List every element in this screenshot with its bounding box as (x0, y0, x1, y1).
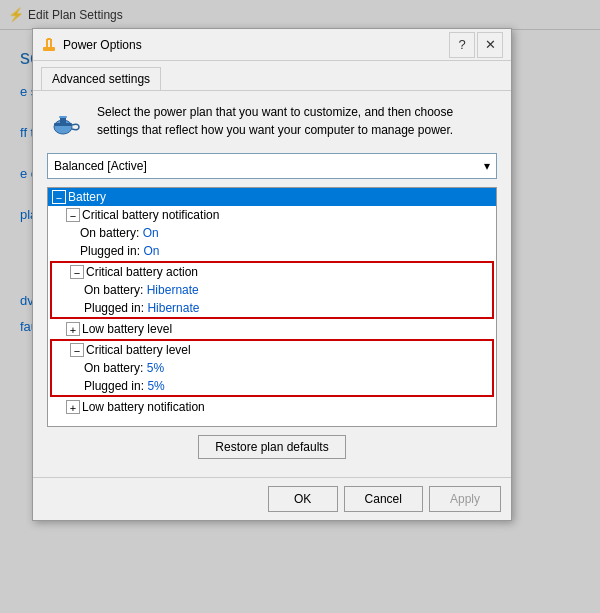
tree-label-low-notif: Low battery notification (82, 400, 492, 414)
ca-on-battery-value: Hibernate (147, 283, 199, 297)
tree-item-critical-level[interactable]: − Critical battery level (52, 341, 492, 359)
tree-item-cn-plugged-in[interactable]: Plugged in: On (48, 242, 496, 260)
svg-rect-3 (47, 38, 51, 40)
svg-rect-6 (60, 117, 66, 125)
svg-rect-2 (50, 39, 52, 47)
cancel-button[interactable]: Cancel (344, 486, 423, 512)
dialog-title-icon (41, 37, 57, 53)
tree-label-low-battery: Low battery level (82, 322, 492, 336)
tab-advanced-settings[interactable]: Advanced settings (41, 67, 161, 90)
expand-low-notif[interactable]: + (66, 400, 80, 414)
dropdown-value: Balanced [Active] (54, 159, 147, 173)
tree-item-ca-on-battery[interactable]: On battery: Hibernate (52, 281, 492, 299)
tree-label-ca-on-battery: On battery: Hibernate (84, 283, 488, 297)
tree-item-critical-action[interactable]: − Critical battery action (52, 263, 492, 281)
apply-button[interactable]: Apply (429, 486, 501, 512)
tree-item-cn-on-battery[interactable]: On battery: On (48, 224, 496, 242)
dialog-desc-text: Select the power plan that you want to c… (97, 103, 497, 139)
tree-label-cn-plugged: Plugged in: On (80, 244, 492, 258)
svg-rect-1 (46, 39, 48, 47)
power-options-dialog: Power Options ? ✕ Advanced settings Sele (32, 28, 512, 521)
dialog-help-button[interactable]: ? (449, 32, 475, 58)
expand-critical-notif[interactable]: − (66, 208, 80, 222)
dropdown-arrow: ▾ (484, 159, 490, 173)
plan-dropdown[interactable]: Balanced [Active] ▾ (47, 153, 497, 179)
ca-plugged-value: Hibernate (147, 301, 199, 315)
svg-rect-0 (43, 47, 55, 51)
cl-plugged-value: 5% (147, 379, 164, 393)
power-plan-icon (47, 103, 87, 143)
tree-label-cl-plugged: Plugged in: 5% (84, 379, 488, 393)
expand-low-battery[interactable]: + (66, 322, 80, 336)
cn-on-battery-value: On (143, 226, 159, 240)
tree-item-low-battery-notif[interactable]: + Low battery notification (48, 398, 496, 416)
dialog-titlebar: Power Options ? ✕ (33, 29, 511, 61)
cn-plugged-value: On (143, 244, 159, 258)
dialog-title-buttons: ? ✕ (449, 32, 503, 58)
tree-label-critical-action: Critical battery action (86, 265, 488, 279)
tree-item-battery[interactable]: − Battery (48, 188, 496, 206)
tree-label-cl-on-battery: On battery: 5% (84, 361, 488, 375)
plan-dropdown-wrap: Balanced [Active] ▾ (47, 153, 497, 179)
svg-rect-7 (59, 116, 67, 118)
dialog-title-text: Power Options (63, 38, 449, 52)
tree-label-critical-notif: Critical battery notification (82, 208, 492, 222)
tree-item-ca-plugged-in[interactable]: Plugged in: Hibernate (52, 299, 492, 317)
dialog-tabs: Advanced settings (33, 61, 511, 91)
tree-label-battery: Battery (68, 190, 492, 204)
expand-critical-level[interactable]: − (70, 343, 84, 357)
critical-level-group: − Critical battery level On battery: 5% … (50, 339, 494, 397)
restore-btn-wrap: Restore plan defaults (47, 427, 497, 465)
restore-plan-button[interactable]: Restore plan defaults (198, 435, 345, 459)
tree-item-cl-plugged-in[interactable]: Plugged in: 5% (52, 377, 492, 395)
cl-on-battery-value: 5% (147, 361, 164, 375)
expand-critical-action[interactable]: − (70, 265, 84, 279)
ok-button[interactable]: OK (268, 486, 338, 512)
dialog-footer: OK Cancel Apply (33, 477, 511, 520)
tree-label-critical-level: Critical battery level (86, 343, 488, 357)
dialog-close-button[interactable]: ✕ (477, 32, 503, 58)
tree-item-cl-on-battery[interactable]: On battery: 5% (52, 359, 492, 377)
tree-item-low-battery-level[interactable]: + Low battery level (48, 320, 496, 338)
dialog-description: Select the power plan that you want to c… (47, 103, 497, 143)
tree-item-critical-notification[interactable]: − Critical battery notification (48, 206, 496, 224)
tree-label-cn-on-battery: On battery: On (80, 226, 492, 240)
critical-action-group: − Critical battery action On battery: Hi… (50, 261, 494, 319)
tree-label-ca-plugged: Plugged in: Hibernate (84, 301, 488, 315)
tree-view[interactable]: − Battery − Critical battery notificatio… (47, 187, 497, 427)
dialog-body: Select the power plan that you want to c… (33, 91, 511, 477)
expand-battery[interactable]: − (52, 190, 66, 204)
